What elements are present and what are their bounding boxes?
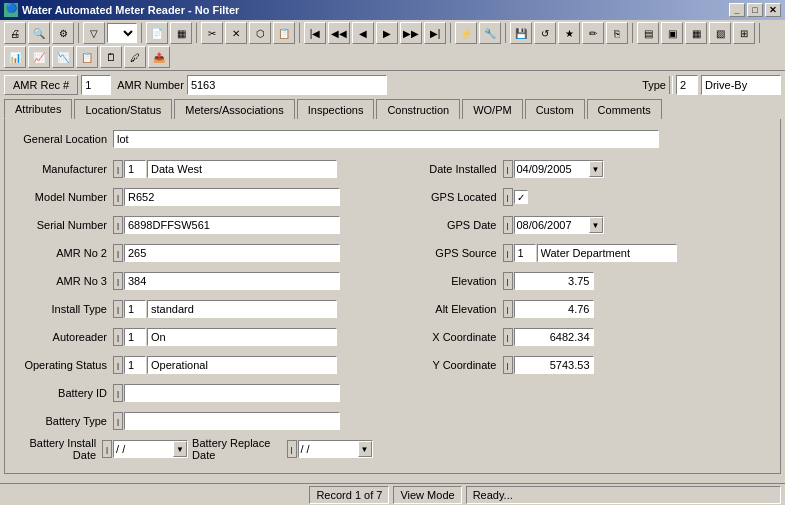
maximize-button[interactable]: □ xyxy=(747,3,763,17)
tab-construction[interactable]: Construction xyxy=(376,99,460,119)
filter-combo[interactable] xyxy=(107,23,137,43)
pen2-button[interactable]: 🖊 xyxy=(124,46,146,68)
battery-id-value[interactable] xyxy=(124,384,340,402)
refresh-button[interactable]: ↺ xyxy=(534,22,556,44)
battery-install-date-arrow[interactable]: ▼ xyxy=(173,441,187,457)
search-button[interactable]: 🔍 xyxy=(28,22,50,44)
status-bar: Record 1 of 7 View Mode Ready... xyxy=(0,483,785,505)
first-button[interactable]: |◀ xyxy=(304,22,326,44)
elevation-row: Elevation | xyxy=(413,269,773,293)
install-type-num[interactable] xyxy=(124,300,146,318)
prev-prev-button[interactable]: ◀◀ xyxy=(328,22,350,44)
operating-status-value[interactable] xyxy=(147,356,337,374)
lightning-button[interactable]: ⚡ xyxy=(455,22,477,44)
chart2-button[interactable]: 📈 xyxy=(28,46,50,68)
view-mode: View Mode xyxy=(393,486,461,504)
tab-location-status[interactable]: Location/Status xyxy=(74,99,172,119)
paste-button[interactable]: 📋 xyxy=(273,22,295,44)
star-button[interactable]: ★ xyxy=(558,22,580,44)
gps-located-checkbox[interactable]: ✓ xyxy=(514,190,528,204)
tab-wo-pm[interactable]: WO/PM xyxy=(462,99,523,119)
serial-number-value[interactable] xyxy=(124,216,340,234)
elevation-value[interactable] xyxy=(514,272,594,290)
battery-replace-date-arrow[interactable]: ▼ xyxy=(358,441,372,457)
grid5-button[interactable]: ⊞ xyxy=(733,22,755,44)
print-button[interactable]: 🖨 xyxy=(4,22,26,44)
battery-type-value[interactable] xyxy=(124,412,340,430)
minimize-button[interactable]: _ xyxy=(729,3,745,17)
close-button[interactable]: ✕ xyxy=(765,3,781,17)
gps-source-num[interactable] xyxy=(514,244,536,262)
gps-source-value[interactable] xyxy=(537,244,677,262)
chart5-button[interactable]: 🗒 xyxy=(100,46,122,68)
battery-replace-lock: | xyxy=(287,440,297,458)
amr-no3-value[interactable] xyxy=(124,272,340,290)
grid2-button[interactable]: ▣ xyxy=(661,22,683,44)
save-button[interactable]: 💾 xyxy=(510,22,532,44)
prev-button[interactable]: ◀ xyxy=(352,22,374,44)
type-name-input[interactable] xyxy=(701,75,781,95)
x-coordinate-row: X Coordinate | xyxy=(413,325,773,349)
gps-source-row: GPS Source | xyxy=(413,241,773,265)
copy-button[interactable]: ⬡ xyxy=(249,22,271,44)
model-number-row: Model Number | xyxy=(13,185,373,209)
tab-comments[interactable]: Comments xyxy=(587,99,662,119)
date-installed-arrow[interactable]: ▼ xyxy=(589,161,603,177)
amr-rec-button[interactable]: AMR Rec # xyxy=(4,75,78,95)
type-num-input[interactable] xyxy=(676,75,698,95)
amr-no2-row: AMR No 2 | xyxy=(13,241,373,265)
gps-date-arrow[interactable]: ▼ xyxy=(589,217,603,233)
elevation-label: Elevation xyxy=(413,275,503,287)
general-location-input[interactable] xyxy=(113,130,659,148)
tab-meters-associations[interactable]: Meters/Associations xyxy=(174,99,294,119)
nav-grid-button[interactable]: ▦ xyxy=(170,22,192,44)
tab-inspections[interactable]: Inspections xyxy=(297,99,375,119)
install-type-value[interactable] xyxy=(147,300,337,318)
x-coordinate-value[interactable] xyxy=(514,328,594,346)
op-status-lock: | xyxy=(113,356,123,374)
chart1-button[interactable]: 📊 xyxy=(4,46,26,68)
alt-elevation-lock: | xyxy=(503,300,513,318)
autoreader-value[interactable] xyxy=(147,328,337,346)
last-button[interactable]: ▶| xyxy=(424,22,446,44)
amr-number-input[interactable] xyxy=(187,75,387,95)
autoreader-row: Autoreader | xyxy=(13,325,373,349)
grid1-button[interactable]: ▤ xyxy=(637,22,659,44)
export-button[interactable]: 📤 xyxy=(148,46,170,68)
serial-lock: | xyxy=(113,216,123,234)
cut-button[interactable]: ✂ xyxy=(201,22,223,44)
model-lock: | xyxy=(113,188,123,206)
title-bar: 🔵 Water Automated Meter Reader - No Filt… xyxy=(0,0,785,20)
next-next-button[interactable]: ▶▶ xyxy=(400,22,422,44)
copy2-button[interactable]: ⎘ xyxy=(606,22,628,44)
filter-button[interactable]: ▽ xyxy=(83,22,105,44)
gps-located-lock: | xyxy=(503,188,513,206)
next-button[interactable]: ▶ xyxy=(376,22,398,44)
y-coordinate-value[interactable] xyxy=(514,356,594,374)
model-number-value[interactable] xyxy=(124,188,340,206)
alt-elevation-value[interactable] xyxy=(514,300,594,318)
serial-number-row: Serial Number | xyxy=(13,213,373,237)
battery-install-lock: | xyxy=(102,440,112,458)
autoreader-num[interactable] xyxy=(124,328,146,346)
manufacturer-value[interactable] xyxy=(147,160,337,178)
chart4-button[interactable]: 📋 xyxy=(76,46,98,68)
grid3-button[interactable]: ▦ xyxy=(685,22,707,44)
tab-attributes[interactable]: Attributes xyxy=(4,99,72,119)
chart3-button[interactable]: 📉 xyxy=(52,46,74,68)
nav-page-button[interactable]: 📄 xyxy=(146,22,168,44)
grid4-button[interactable]: ▧ xyxy=(709,22,731,44)
form-content: Manufacturer | Model Number | xyxy=(13,157,772,465)
amr-no3-row: AMR No 3 | xyxy=(13,269,373,293)
pen-button[interactable]: ✏ xyxy=(582,22,604,44)
delete-button[interactable]: ✕ xyxy=(225,22,247,44)
tools-button[interactable]: ⚙ xyxy=(52,22,74,44)
tab-custom[interactable]: Custom xyxy=(525,99,585,119)
tools2-button[interactable]: 🔧 xyxy=(479,22,501,44)
amr-no2-value[interactable] xyxy=(124,244,340,262)
amr-rec-input[interactable] xyxy=(81,75,111,95)
window-title: Water Automated Meter Reader - No Filter xyxy=(22,4,239,16)
manufacturer-num[interactable] xyxy=(124,160,146,178)
operating-status-num[interactable] xyxy=(124,356,146,374)
amr3-lock: | xyxy=(113,272,123,290)
